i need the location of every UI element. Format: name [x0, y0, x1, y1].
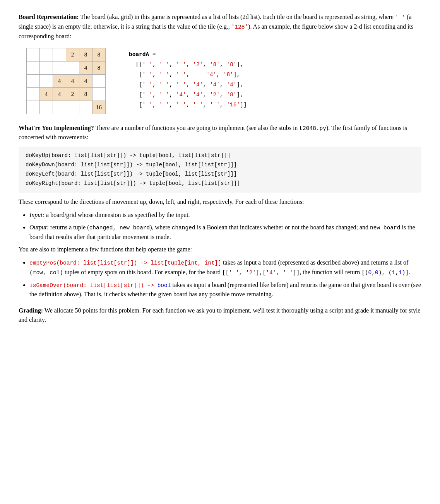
cell-3-1: 4	[40, 87, 53, 101]
emptypos-code: emptyPos(board: list[list[str]]) -> list…	[29, 260, 221, 266]
helper-functions-list: emptyPos(board: list[list[str]]) -> list…	[29, 258, 421, 299]
func-line-2: doKeyDown(board: list[list[str]]) -> tup…	[26, 161, 414, 170]
emptypos-text3: , the function will return	[300, 269, 361, 275]
row-col-code: (row, col)	[29, 270, 63, 276]
cell-4-1	[40, 101, 53, 114]
cell-1-3	[66, 61, 79, 74]
boardA-code-block: boardA = [[' ', ' ', ' ', '2', '8', '8']…	[129, 50, 247, 110]
boardA-label: boardA =	[129, 50, 247, 60]
board-representation-section: Board Representation: The board (aka. gr…	[19, 12, 421, 114]
cell-3-5	[92, 87, 106, 101]
boardA-line2: [' ', ' ', ' ', '4', '8'],	[129, 70, 247, 80]
implementing-bold: What're You Implementing?	[19, 125, 94, 131]
list-item-emptypos: emptyPos(board: list[list[str]]) -> list…	[29, 258, 421, 277]
new-board-code: new_board	[370, 225, 400, 231]
also-paragraph: You are also to implement a few function…	[19, 245, 421, 254]
emptypos-text2: tuples of empty spots on this board. For…	[63, 269, 222, 275]
cell-1-1	[40, 61, 53, 74]
input-text: a board/grid whose dimension is as speci…	[45, 212, 190, 218]
grading-section: Grading: We allocate 50 points for this …	[19, 306, 421, 325]
cell-0-2	[53, 48, 66, 61]
implementing-text1: There are a number of functions you are …	[95, 125, 299, 131]
cell-3-4: 8	[79, 87, 92, 101]
board-visual-section: 2 8 8 4 8 4 4 4	[19, 48, 421, 114]
grading-text: We allocate 50 points for this problem. …	[19, 307, 420, 323]
cell-0-0	[27, 48, 40, 61]
list-item-isgameover: isGameOver(board: list[list[str]]) -> bo…	[29, 280, 421, 299]
quote1-code: ' '	[395, 14, 405, 21]
isgameover-code: isGameOver(board: list[list[str]]) -> bo…	[29, 282, 171, 289]
quote2-code: '128'	[231, 24, 248, 30]
emptypos-board-example: [[' ', '2'],['4', ' ']]	[222, 270, 300, 276]
func-line-1: doKeyUp(board: list[list[str]]) -> tuple…	[26, 151, 414, 161]
input-label: Input:	[29, 212, 45, 218]
list-item-input: Input: a board/grid whose dimension is a…	[29, 210, 421, 220]
cell-2-2: 4	[53, 74, 66, 87]
func-line-3: doKeyLeft(board: list[list[str]]) -> tup…	[26, 170, 414, 179]
intro-paragraph: Board Representation: The board (aka. gr…	[19, 12, 421, 41]
cell-0-5: 8	[92, 48, 106, 61]
implementing-section: What're You Implementing? There are a nu…	[19, 123, 421, 299]
cell-3-3: 2	[66, 87, 79, 101]
output-text3: is a Boolean that indicates whether or n…	[195, 224, 370, 231]
cell-1-4: 4	[79, 61, 92, 74]
emptypos-result-code: [(0,0), (1,1)]	[361, 270, 409, 276]
cell-4-4	[79, 101, 92, 114]
boardA-line3: [' ', ' ', ' ', '4', '4', '4'],	[129, 80, 247, 90]
table-row: 4 4 4	[27, 74, 106, 87]
board-grid-container: 2 8 8 4 8 4 4 4	[19, 48, 106, 114]
cell-4-0	[27, 101, 40, 114]
implementing-paragraph: What're You Implementing? There are a nu…	[19, 123, 421, 142]
intro-text1: The board (aka. grid) in this game is re…	[80, 14, 395, 20]
cell-2-5	[92, 74, 106, 87]
t2048-code: t2048.py	[299, 125, 326, 132]
cell-2-4: 4	[79, 74, 92, 87]
grading-bold: Grading:	[19, 307, 43, 314]
changed-code: changed	[172, 225, 195, 231]
boardA-line5: [' ', ' ', ' ', ' ', ' ', '16']]	[129, 100, 247, 110]
cell-3-2: 4	[53, 87, 66, 101]
list-item-output: Output: returns a tuple (changed, new_bo…	[29, 223, 421, 242]
functions-list: Input: a board/grid whose dimension is a…	[29, 210, 421, 242]
cell-3-0	[27, 87, 40, 101]
boardA-line4: [' ', ' ', '4', '4', '2', '8'],	[129, 90, 247, 100]
cell-2-0	[27, 74, 40, 87]
correspond-paragraph: These correspond to the directions of mo…	[19, 197, 421, 207]
cell-0-1	[40, 48, 53, 61]
cell-2-3: 4	[66, 74, 79, 87]
cell-1-5: 8	[92, 61, 106, 74]
cell-4-2	[53, 101, 66, 114]
table-row: 4 4 2 8	[27, 87, 106, 101]
table-row: 16	[27, 101, 106, 114]
cell-4-5: 16	[92, 101, 106, 114]
output-text2: ), where	[150, 224, 171, 231]
output-text1: returns a tuple (	[49, 224, 89, 231]
cell-4-3	[66, 101, 79, 114]
emptypos-text1: takes as input a board (represented as d…	[221, 259, 408, 266]
changed-new-board-code: changed, new_board	[89, 225, 150, 231]
board-grid-table: 2 8 8 4 8 4 4 4	[26, 48, 106, 114]
cell-2-1	[40, 74, 53, 87]
table-row: 4 8	[27, 61, 106, 74]
func-line-4: doKeyRight(board: list[list[str]]) -> tu…	[26, 179, 414, 188]
emptypos-text4: .	[409, 269, 410, 275]
functions-code-block: doKeyUp(board: list[list[str]]) -> tuple…	[19, 147, 421, 193]
cell-0-4: 8	[79, 48, 92, 61]
cell-0-3: 2	[66, 48, 79, 61]
cell-1-2	[53, 61, 66, 74]
cell-1-0	[27, 61, 40, 74]
intro-bold-label: Board Representation:	[19, 14, 79, 20]
grading-paragraph: Grading: We allocate 50 points for this …	[19, 306, 421, 325]
boardA-line1: [[' ', ' ', ' ', '2', '8', '8'],	[129, 60, 247, 70]
table-row: 2 8 8	[27, 48, 106, 61]
output-label: Output:	[29, 224, 49, 231]
